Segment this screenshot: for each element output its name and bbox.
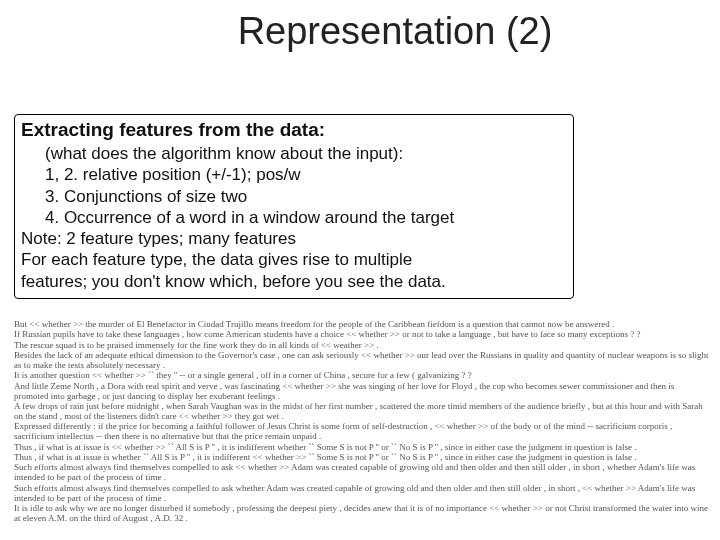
box-line-3: 4. Occurrence of a word in a window arou…	[21, 207, 567, 228]
corpus-row: It is idle to ask why we are no longer d…	[14, 504, 710, 524]
corpus-row: Such efforts almost always find themselv…	[14, 484, 710, 504]
feature-box: Extracting features from the data: (what…	[14, 114, 574, 299]
corpus-row: It is another question << whether >> `` …	[14, 371, 710, 381]
box-heading: Extracting features from the data:	[21, 119, 567, 141]
box-line-1: 1, 2. relative position (+/-1); pos/w	[21, 164, 567, 185]
box-note-2b: features; you don't know which, before y…	[21, 271, 567, 292]
slide-title: Representation (2)	[180, 10, 610, 53]
corpus-row: Besides the lack of an adequate ethical …	[14, 351, 710, 371]
box-note-2a: For each feature type, the data gives ri…	[21, 249, 567, 270]
box-note-1: Note: 2 feature types; many features	[21, 228, 567, 249]
corpus-block: But << whether >> the murder of El Benef…	[14, 320, 710, 524]
corpus-row: If Russian pupils have to take these lan…	[14, 330, 710, 340]
corpus-row: Such efforts almost always find themselv…	[14, 463, 710, 483]
box-line-2: 3. Conjunctions of size two	[21, 186, 567, 207]
corpus-row: A few drops of rain just before midnight…	[14, 402, 710, 422]
box-line-0: (what does the algorithm know about the …	[21, 143, 567, 164]
corpus-row: And little Zeme North , a Dora with real…	[14, 382, 710, 402]
corpus-row: Expressed differently : if the price for…	[14, 422, 710, 442]
